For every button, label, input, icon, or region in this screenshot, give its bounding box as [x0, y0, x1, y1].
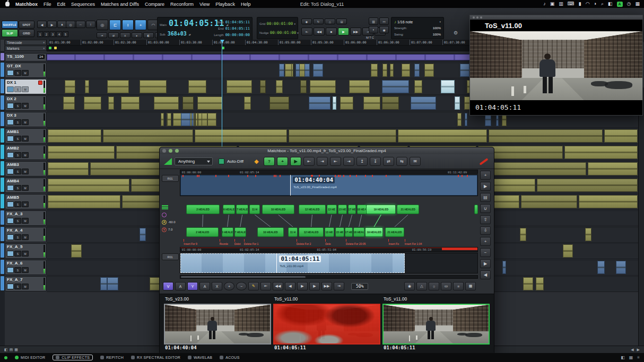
autodiff-checkbox[interactable] — [219, 158, 224, 164]
healed-block[interactable]: 18 HEAL — [353, 227, 364, 237]
healed-block[interactable]: 6 HEALE — [223, 205, 235, 214]
mute-button[interactable]: M — [22, 152, 29, 158]
healed-block[interactable]: 13 HE — [327, 205, 337, 214]
reference-clip[interactable]: 01:04:40:04 ToS_v23.00_FinalGraded.mp4 — [180, 175, 477, 196]
alt-audio-layer-button[interactable]: A — [199, 282, 210, 290]
healed-block[interactable]: 13 HE — [325, 227, 334, 237]
first-diff-button[interactable]: ⇤ — [303, 157, 315, 166]
rewind-button[interactable]: ◀◀ — [273, 282, 283, 290]
go-end-button[interactable]: ⇥ — [334, 282, 344, 290]
healed-block[interactable]: 11 H — [288, 227, 298, 237]
mute-button[interactable]: M — [22, 251, 29, 257]
audio-clip[interactable] — [108, 96, 114, 110]
matchbox-hscrollbar[interactable] — [180, 275, 478, 279]
solo-button[interactable]: S — [14, 218, 21, 224]
mtc-indicator[interactable]: MTC — [366, 36, 375, 39]
mute-button[interactable]: M — [22, 136, 29, 142]
video-gain-icon[interactable]: V — [162, 227, 167, 232]
audio-clip[interactable] — [71, 244, 82, 258]
solo-button[interactable]: S — [14, 119, 21, 125]
audio-clip[interactable] — [304, 64, 310, 77]
audio-clip[interactable] — [382, 96, 399, 110]
solo-button[interactable]: S — [14, 251, 21, 257]
audio-clip[interactable] — [579, 195, 638, 208]
stop-button[interactable]: ■ — [326, 28, 337, 36]
timeline-marker[interactable] — [54, 47, 57, 49]
rewind-button[interactable]: ◀◀ — [314, 28, 325, 36]
healed-block[interactable]: 2 HEALED — [186, 205, 219, 214]
shift-up-button[interactable]: ⇧ — [480, 215, 491, 224]
window-minimize-button[interactable] — [169, 149, 172, 153]
audio-clip[interactable] — [103, 129, 193, 143]
nav-right-button[interactable]: ▶ — [47, 21, 57, 28]
window-close-button[interactable] — [473, 16, 475, 19]
mute-button[interactable]: M — [22, 169, 29, 174]
solo-button[interactable]: S — [14, 152, 21, 158]
mode-shuffle[interactable]: SHUFFLE — [2, 21, 18, 29]
pull-up-button[interactable]: ↥ — [356, 157, 368, 166]
healed-block[interactable]: 19 HEALED — [366, 205, 396, 214]
waveform-view-button[interactable] — [7, 86, 14, 92]
audio-clip[interactable] — [597, 261, 605, 274]
diff-marker[interactable] — [388, 239, 389, 242]
audio-clip[interactable] — [489, 129, 603, 143]
language-badge[interactable]: A — [617, 2, 623, 7]
zoom-preset-4[interactable]: 4 — [56, 31, 62, 37]
audio-clip[interactable] — [616, 261, 626, 274]
audio-clip[interactable] — [313, 64, 323, 77]
solo-button[interactable]: S — [14, 201, 21, 207]
monitor-knob-icon[interactable]: ◉ — [379, 26, 389, 33]
mute-button[interactable]: M — [22, 103, 29, 109]
window-zoom-button[interactable] — [480, 16, 482, 19]
quantize-caret-icon[interactable]: ▾ — [439, 20, 441, 23]
healed-block[interactable]: 7 HEALE — [234, 227, 246, 237]
audio-clip[interactable] — [150, 277, 160, 290]
track-header-dx-3[interactable]: DX 3SM — [5, 112, 47, 127]
viewer-frame[interactable] — [382, 304, 490, 345]
waveform-view-button[interactable] — [7, 119, 14, 125]
list-view-button[interactable]: ≡ — [453, 282, 464, 290]
mute-button[interactable]: M — [22, 218, 29, 224]
grid-value[interactable]: 00:00:01:00 — [267, 21, 293, 26]
audio-clip[interactable] — [84, 96, 101, 110]
audio-clip[interactable] — [382, 80, 409, 93]
waveform-view-button[interactable] — [7, 136, 14, 142]
zoom-preset-2[interactable]: 2 — [43, 31, 49, 37]
healed-block[interactable]: 7 HEALE — [236, 205, 248, 214]
solo-button[interactable]: S — [14, 185, 21, 191]
audio-clip[interactable] — [604, 129, 638, 143]
viewer-frame[interactable] — [164, 304, 271, 345]
solo-button[interactable]: S — [14, 86, 21, 92]
start-value[interactable]: 01:04:05:11 — [225, 20, 250, 24]
statusbar-item-acous[interactable]: ACOUS — [220, 356, 239, 359]
audio-clip[interactable] — [182, 96, 194, 110]
timeline-marker[interactable] — [49, 47, 51, 49]
zoom-preset-3[interactable]: 3 — [50, 31, 56, 37]
audio-clip[interactable] — [181, 113, 190, 126]
window-zoom-button[interactable] — [175, 149, 179, 153]
healed-block[interactable]: 15 HE — [335, 227, 344, 237]
dock-grid-icon[interactable]: ▦ — [629, 355, 633, 360]
audio-clip[interactable] — [295, 64, 300, 77]
nudge-value[interactable]: 00:00:01:00 — [270, 30, 297, 35]
swap-button[interactable]: ⇆ — [396, 157, 407, 166]
audio-clip[interactable] — [285, 64, 292, 77]
scroll-right-icon[interactable]: ▶ — [637, 348, 640, 352]
audio-clip[interactable] — [414, 64, 420, 77]
link-timeline-button[interactable]: ⇄ — [108, 32, 119, 38]
mute-button[interactable]: M — [22, 70, 29, 76]
zoom-in-button[interactable]: + — [480, 237, 491, 246]
waveform-view-button[interactable] — [7, 103, 14, 109]
mute-button[interactable]: M — [22, 201, 29, 207]
diff-marker[interactable] — [297, 239, 297, 242]
online-button[interactable]: ◉ — [301, 19, 312, 24]
healed-block[interactable]: 15 HE — [338, 205, 347, 214]
waveform-view-button[interactable] — [7, 201, 14, 207]
swing-value[interactable]: 100% — [433, 33, 441, 36]
audio-clip[interactable] — [300, 80, 307, 93]
audio-clip[interactable] — [48, 162, 89, 175]
mute-button[interactable]: M — [22, 284, 29, 289]
grid-view-button[interactable]: ▦ — [465, 282, 476, 290]
ruler-caret-icon[interactable]: ▾ — [43, 47, 45, 50]
record-enable-indicator[interactable] — [38, 81, 42, 85]
